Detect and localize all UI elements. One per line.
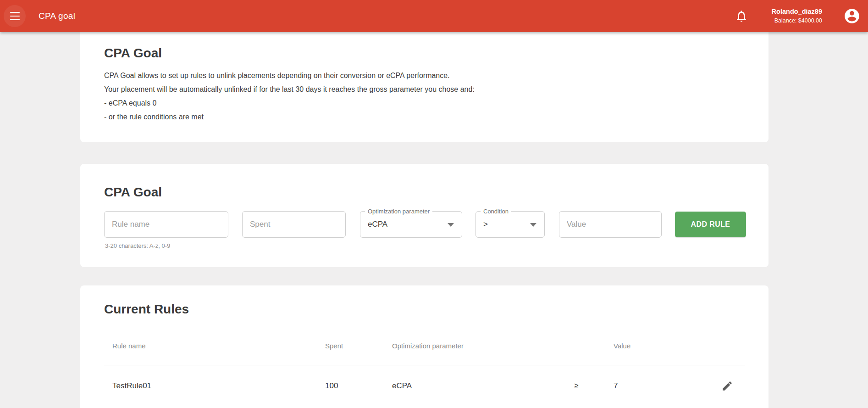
notifications-button[interactable] (734, 8, 749, 24)
cell-rule-name: TestRule01 (104, 381, 325, 391)
header-rule-name: Rule name (104, 342, 325, 350)
username: Rolando_diaz89 (772, 7, 822, 16)
rules-table: Rule name Spent Optimization parameter V… (104, 327, 745, 407)
header-value: Value (614, 342, 719, 350)
intro-line: - or the rule conditions are met (104, 110, 745, 124)
bell-icon (735, 9, 748, 23)
value-field (559, 211, 662, 238)
avatar-button[interactable] (843, 7, 861, 25)
intro-description: CPA Goal allows to set up rules to unlin… (104, 69, 745, 124)
edit-rule-button[interactable] (719, 378, 735, 394)
cell-condition: ≥ (574, 381, 614, 391)
rule-name-field (104, 211, 228, 238)
intro-line: - eCPA equals 0 (104, 96, 745, 110)
app-bar: CPA goal Rolando_diaz89 Balance: $4000.0… (0, 0, 868, 32)
table-row: TestRule01 100 eCPA ≥ 7 (104, 365, 745, 407)
add-rule-button[interactable]: ADD RULE (675, 212, 746, 237)
chevron-down-icon (530, 223, 536, 227)
rule-name-helper-text: 3-20 characters: A-z, 0-9 (105, 242, 170, 249)
cell-value: 7 (614, 381, 719, 391)
header-spent: Spent (325, 342, 392, 350)
current-rules-card: Current Rules Rule name Spent Optimizati… (80, 285, 768, 408)
intro-line: Your placement will be automatically unl… (104, 83, 745, 96)
account-circle-icon (843, 7, 861, 25)
cell-spent: 100 (325, 381, 392, 391)
rule-name-input[interactable] (105, 212, 228, 237)
form-card-title: CPA Goal (104, 184, 162, 201)
cpa-goal-form-card: CPA Goal Optimization parameter eCPA Con… (80, 164, 768, 267)
chevron-down-icon (448, 223, 454, 227)
balance-text: Balance: $4000.00 (772, 17, 822, 24)
appbar-right-section: Rolando_diaz89 Balance: $4000.00 (734, 7, 861, 25)
user-info: Rolando_diaz89 Balance: $4000.00 (772, 7, 822, 24)
edit-pencil-icon (721, 380, 733, 392)
optimization-parameter-select[interactable]: Optimization parameter eCPA (360, 211, 462, 238)
table-header-row: Rule name Spent Optimization parameter V… (104, 327, 745, 365)
menu-icon (10, 12, 20, 13)
value-input[interactable] (559, 212, 661, 237)
spent-field (242, 211, 346, 238)
condition-select[interactable]: Condition > (475, 211, 545, 238)
spent-input[interactable] (243, 212, 345, 237)
app-title: CPA goal (39, 11, 75, 21)
optimization-parameter-value: eCPA (368, 212, 387, 237)
menu-button[interactable] (4, 5, 26, 27)
cpa-goal-intro-card: CPA Goal CPA Goal allows to set up rules… (80, 32, 768, 142)
rules-card-title: Current Rules (104, 301, 745, 318)
intro-line: CPA Goal allows to set up rules to unlin… (104, 69, 745, 83)
cell-parameter: eCPA (392, 381, 574, 391)
header-parameter: Optimization parameter (392, 342, 574, 350)
intro-card-title: CPA Goal (104, 45, 745, 61)
condition-value: > (483, 212, 488, 237)
